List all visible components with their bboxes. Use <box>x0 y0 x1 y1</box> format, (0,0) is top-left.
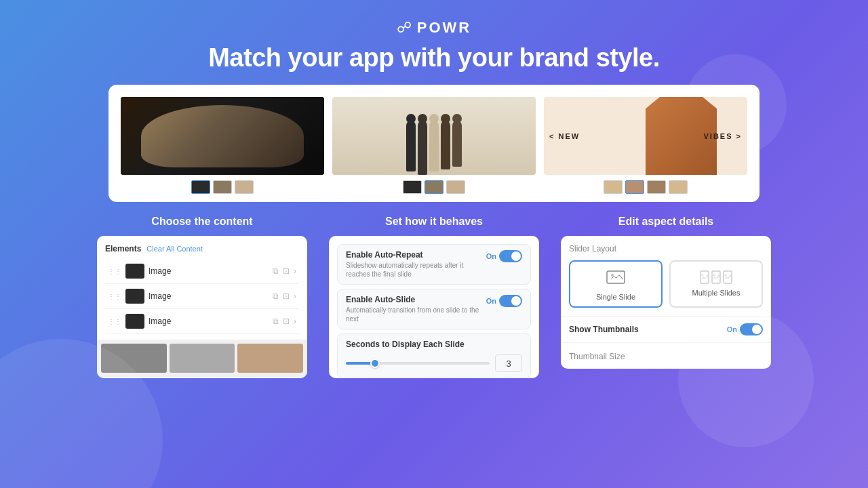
figure-5 <box>452 121 462 167</box>
slide-middle <box>332 97 536 175</box>
preview-container: < NEW VIBES > <box>108 85 760 202</box>
slider-layout-label: Slider Layout <box>569 244 763 253</box>
extra-thumb-1 <box>101 344 167 373</box>
svg-point-7 <box>725 274 727 277</box>
figure-group <box>406 121 462 175</box>
element-row-1: ⋮⋮ Image ⧉ ⊡ › <box>105 259 299 284</box>
single-slide-option[interactable]: Single Slide <box>569 260 663 308</box>
aspect-panel: Edit aspect details Slider Layout <box>561 216 771 378</box>
auto-slide-card: Enable Auto-Slide Automatically transiti… <box>337 289 531 329</box>
auto-slide-state: On <box>486 297 496 305</box>
thumb-2[interactable] <box>213 180 232 194</box>
auto-slide-toggle-right: On <box>486 295 522 307</box>
thumb-strip-left <box>191 180 254 194</box>
thumb-3[interactable] <box>235 180 254 194</box>
element-actions-3: ⧉ ⊡ <box>273 317 290 326</box>
thumb-6[interactable] <box>446 180 465 194</box>
behavior-row: Enable Auto-Repeat Slideshow automatical… <box>337 244 531 378</box>
thumbnail-toggle-right: On <box>727 323 763 336</box>
element-row-2: ⋮⋮ Image ⧉ ⊡ › <box>105 284 299 309</box>
element-thumb-1 <box>125 264 144 279</box>
preview-section-left <box>121 97 324 194</box>
delete-icon-3[interactable]: ⊡ <box>283 317 290 326</box>
figure-4 <box>441 121 450 169</box>
hand-shape <box>141 105 304 167</box>
thumb-strip-middle <box>403 180 465 194</box>
multiple-slides-label: Multiple Slides <box>692 289 741 297</box>
figure-1 <box>406 121 416 171</box>
copy-icon-2[interactable]: ⧉ <box>273 291 279 301</box>
delete-icon-1[interactable]: ⊡ <box>283 266 290 276</box>
arrow-1[interactable]: › <box>294 266 296 276</box>
preview-extra <box>97 340 307 377</box>
copy-icon-3[interactable]: ⧉ <box>273 317 279 326</box>
slider-value: 3 <box>495 354 522 372</box>
svg-point-1 <box>611 274 614 277</box>
auto-slide-toggle[interactable] <box>499 295 522 307</box>
svg-rect-6 <box>724 271 732 283</box>
thumb-9[interactable] <box>647 180 666 194</box>
content-panel-card: Elements Clear All Content ⋮⋮ Image ⧉ ⊡ … <box>97 236 307 378</box>
auto-slide-label: Enable Auto-Slide <box>346 295 481 304</box>
element-actions-2: ⧉ ⊡ <box>273 291 290 301</box>
behavior-panel: Set how it behaves Enable Auto-Repeat Sl… <box>329 216 539 378</box>
headline: Match your app with your brand style. <box>0 43 868 73</box>
copy-icon-1[interactable]: ⧉ <box>273 266 279 276</box>
thumb-1[interactable] <box>191 180 210 194</box>
arrow-2[interactable]: › <box>294 291 296 301</box>
auto-repeat-toggle[interactable] <box>499 250 522 262</box>
thumb-4[interactable] <box>403 180 422 194</box>
seconds-slider-card: Seconds to Display Each Slide 3 <box>337 333 531 378</box>
layout-options: Single Slide <box>569 260 763 308</box>
thumb-10[interactable] <box>669 180 688 194</box>
content-panel: Choose the content Elements Clear All Co… <box>97 216 307 378</box>
aspect-panel-title: Edit aspect details <box>561 216 771 228</box>
multiple-slides-option[interactable]: Multiple Slides <box>669 260 763 308</box>
new-label: < NEW <box>549 132 580 140</box>
delete-icon-2[interactable]: ⊡ <box>283 291 290 301</box>
layout-section: Slider Layout Single Slide <box>561 236 771 317</box>
drag-handle-2[interactable]: ⋮⋮ <box>108 293 121 300</box>
element-name-1: Image <box>149 266 269 276</box>
auto-repeat-state: On <box>486 252 496 260</box>
thumb-7[interactable] <box>604 180 623 194</box>
element-actions-1: ⧉ ⊡ <box>273 266 290 276</box>
figure-3 <box>429 121 439 171</box>
thumb-5[interactable] <box>425 180 443 194</box>
range-thumb[interactable] <box>370 359 380 368</box>
content-panel-title: Choose the content <box>97 216 307 228</box>
multiple-slides-icon <box>700 270 732 285</box>
seconds-slider[interactable] <box>346 362 490 365</box>
single-slide-label: Single Slide <box>596 293 635 301</box>
header: ☍ POWR Match your app with your brand st… <box>0 0 868 85</box>
slider-row: 3 <box>346 354 522 372</box>
elements-header: Elements Clear All Content <box>105 244 299 253</box>
thumbnails-state: On <box>727 325 737 333</box>
drag-handle-3[interactable]: ⋮⋮ <box>108 318 121 325</box>
panels: Choose the content Elements Clear All Co… <box>0 216 868 378</box>
auto-repeat-desc: Slideshow automatically repeats after it… <box>346 261 481 279</box>
thumbnails-toggle[interactable] <box>740 323 763 336</box>
thumb-strip-right <box>604 180 688 194</box>
logo-icon: ☍ <box>397 19 412 37</box>
single-slide-icon <box>606 270 626 289</box>
behavior-panel-title: Set how it behaves <box>329 216 539 228</box>
thumb-8[interactable] <box>625 180 644 194</box>
preview-section-right: < NEW VIBES > <box>544 97 747 194</box>
element-thumb-3 <box>125 314 144 329</box>
elements-label: Elements <box>105 244 141 253</box>
logo-row: ☍ POWR <box>0 19 868 37</box>
clear-all-link[interactable]: Clear All Content <box>146 245 203 253</box>
auto-slide-text: Enable Auto-Slide Automatically transiti… <box>346 295 481 323</box>
arrow-3[interactable]: › <box>294 317 296 326</box>
slide-right: < NEW VIBES > <box>544 97 747 175</box>
drag-handle-1[interactable]: ⋮⋮ <box>108 268 121 275</box>
element-row-3: ⋮⋮ Image ⧉ ⊡ › <box>105 309 299 334</box>
element-name-2: Image <box>149 291 269 301</box>
element-name-3: Image <box>149 317 269 326</box>
svg-rect-2 <box>701 271 709 283</box>
svg-point-5 <box>713 274 715 277</box>
extra-thumb-3 <box>237 344 303 373</box>
show-thumbnails-label: Show Thumbnails <box>569 325 639 334</box>
auto-repeat-text: Enable Auto-Repeat Slideshow automatical… <box>346 250 481 279</box>
